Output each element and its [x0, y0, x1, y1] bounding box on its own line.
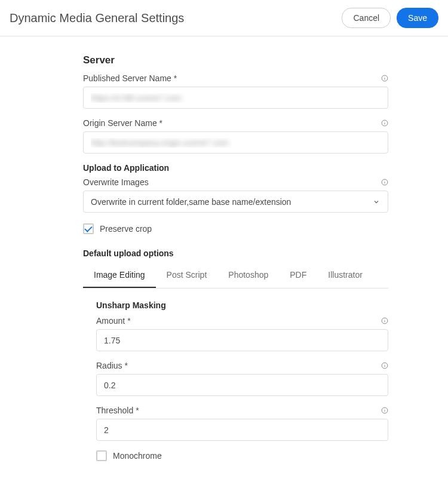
radius-label: Radius *: [96, 361, 128, 370]
threshold-input[interactable]: [96, 419, 388, 441]
radius-input[interactable]: [96, 374, 388, 396]
preserve-crop-row: Preserve crop: [83, 223, 388, 234]
monochrome-label: Monochrome: [113, 451, 162, 461]
content-panel: Server Published Server Name * Origin Se…: [0, 36, 448, 497]
tabs: Image Editing Post Script Photoshop PDF …: [83, 263, 388, 289]
server-heading: Server: [83, 54, 388, 66]
origin-server-field: Origin Server Name *: [83, 118, 388, 154]
header-actions: Cancel Save: [342, 8, 438, 28]
monochrome-checkbox[interactable]: [96, 450, 107, 461]
origin-server-input[interactable]: [83, 131, 388, 154]
published-server-input[interactable]: [83, 87, 388, 109]
radius-field: Radius *: [96, 361, 388, 396]
image-editing-panel: Unsharp Masking Amount * Radius * Thresh…: [83, 300, 388, 461]
preserve-crop-checkbox[interactable]: [83, 223, 94, 234]
unsharp-heading: Unsharp Masking: [96, 300, 388, 310]
amount-field: Amount *: [96, 316, 388, 351]
overwrite-label: Overwrite Images: [83, 177, 149, 187]
tab-pdf[interactable]: PDF: [279, 263, 317, 288]
save-button[interactable]: Save: [397, 8, 438, 28]
form-wrap: Server Published Server Name * Origin Se…: [83, 54, 388, 461]
tab-illustrator[interactable]: Illustrator: [317, 263, 373, 288]
tab-image-editing[interactable]: Image Editing: [83, 263, 156, 288]
tab-photoshop[interactable]: Photoshop: [217, 263, 279, 288]
origin-server-label: Origin Server Name *: [83, 118, 162, 128]
info-icon[interactable]: [381, 317, 388, 324]
page-title: Dynamic Media General Settings: [10, 11, 184, 25]
threshold-label: Threshold *: [96, 406, 139, 415]
threshold-field: Threshold *: [96, 406, 388, 441]
info-icon[interactable]: [381, 119, 388, 127]
published-server-field: Published Server Name *: [83, 73, 388, 109]
default-upload-heading: Default upload options: [83, 249, 388, 258]
preserve-crop-label: Preserve crop: [100, 224, 152, 234]
info-icon[interactable]: [381, 407, 388, 414]
monochrome-row: Monochrome: [96, 450, 388, 461]
info-icon[interactable]: [381, 362, 388, 369]
cancel-button[interactable]: Cancel: [342, 8, 391, 28]
header-bar: Dynamic Media General Settings Cancel Sa…: [0, 0, 448, 36]
overwrite-select[interactable]: Overwrite in current folder,same base na…: [83, 191, 388, 213]
upload-heading: Upload to Application: [83, 163, 388, 173]
info-icon[interactable]: [381, 179, 388, 186]
overwrite-field: Overwrite Images Overwrite in current fo…: [83, 177, 388, 213]
tab-post-script[interactable]: Post Script: [156, 263, 218, 288]
amount-input[interactable]: [96, 329, 388, 351]
amount-label: Amount *: [96, 316, 131, 326]
info-icon[interactable]: [381, 75, 388, 82]
published-server-label: Published Server Name *: [83, 73, 177, 83]
